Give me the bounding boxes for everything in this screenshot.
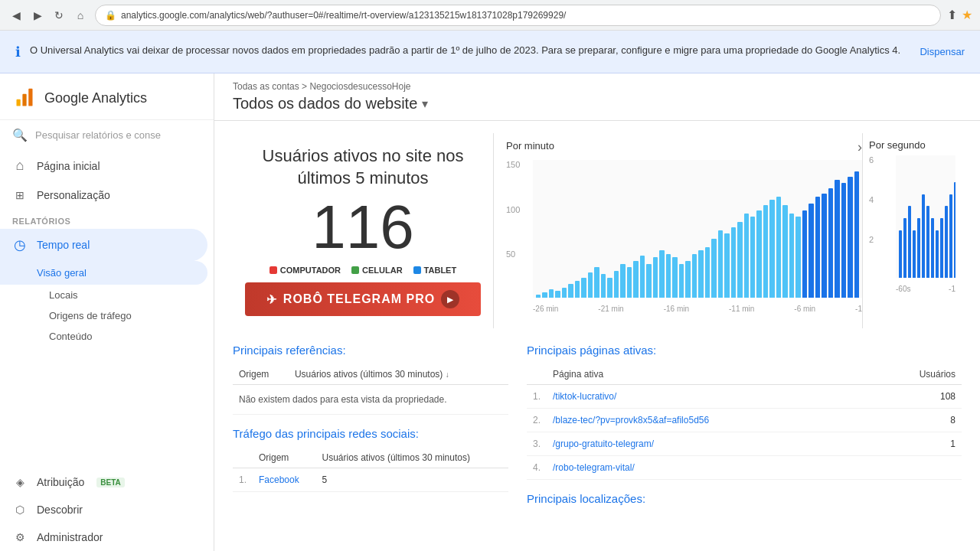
chart-bar-16	[640, 256, 645, 298]
sidebar-item-home[interactable]: ⌂ Página inicial	[0, 150, 214, 181]
chart-bar-19	[659, 250, 664, 298]
chart-bar-20	[666, 254, 671, 298]
chart-bars-area	[533, 160, 862, 298]
descobrir-icon: ⬡	[12, 504, 28, 516]
chart-bar-4	[562, 288, 567, 298]
pagina-row-2: 2. /blaze-tec/?pv=provk8x5&af=afilo5d56 …	[527, 409, 962, 432]
computador-dot	[270, 266, 277, 274]
browser-nav-buttons: ◀ ▶ ↻ ⌂	[8, 7, 89, 24]
breadcrumb-all[interactable]: Todas as contas	[233, 81, 299, 92]
play-button[interactable]: ▶	[441, 290, 459, 308]
personalization-icon: ⊞	[12, 189, 28, 201]
bottom-sections: Principais referências: Origem Usuários …	[233, 344, 962, 513]
chart-bar-12	[614, 271, 619, 298]
sidebar-item-descobrir[interactable]: ⬡ Descobrir	[0, 496, 214, 523]
chart-bar-26	[705, 247, 710, 298]
refresh-button[interactable]: ↻	[51, 7, 67, 24]
sidebar-sub-origens[interactable]: Origens de tráfego	[0, 305, 214, 326]
pagina-num-3: 3.	[527, 432, 547, 456]
sidebar-sub-visao-geral[interactable]: Visão geral	[0, 261, 207, 285]
sidebar-item-personalization[interactable]: ⊞ Personalização	[0, 181, 214, 209]
chart-bar-27	[711, 239, 716, 298]
celular-label: CELULAR	[362, 266, 403, 275]
bookmark-icon[interactable]: ★	[962, 8, 972, 22]
pagina-url-1[interactable]: /tiktok-lucrativo/	[547, 385, 869, 409]
sort-icon: ↓	[446, 370, 449, 379]
per-second-bars	[896, 155, 956, 278]
pagina-url-2[interactable]: /blaze-tec/?pv=provk8x5&af=afilo5d56	[547, 409, 869, 432]
paginas-title: Principais páginas ativas:	[527, 344, 962, 357]
chart-bar-28	[718, 230, 723, 298]
top-section: Usuários ativos no site nos últimos 5 mi…	[233, 133, 962, 328]
forward-button[interactable]: ▶	[29, 7, 46, 24]
personalization-label: Personalização	[37, 189, 110, 201]
chart-bar-13	[620, 264, 625, 298]
tablet-label: TABLET	[424, 266, 457, 275]
pagina-url-3[interactable]: /grupo-gratuito-telegram/	[547, 432, 869, 456]
referencias-title: Principais referências:	[233, 344, 508, 357]
svg-rect-0	[17, 99, 21, 106]
home-nav-icon: ⌂	[12, 158, 28, 174]
paginas-table: Página ativa Usuários 1. /tiktok-lucrati…	[527, 364, 962, 480]
chart-bar-46	[835, 180, 839, 298]
social-title: Tráfego das principais redes sociais:	[233, 427, 508, 440]
social-origem-1[interactable]: Facebook	[253, 468, 316, 492]
chart-bar-35	[763, 205, 768, 298]
ga-logo	[12, 86, 37, 110]
chart-bar-43	[815, 197, 820, 298]
social-table: Origem Usuários ativos (últimos 30 minut…	[233, 448, 508, 492]
per-second-label: Por segundo	[869, 139, 926, 151]
chart-bar-38	[782, 205, 787, 298]
locais-label: Locais	[49, 289, 78, 301]
ps-bar-11	[949, 194, 952, 278]
sidebar-sub-conteudo[interactable]: Conteúdo	[0, 326, 214, 347]
chart-bar-9	[594, 267, 599, 298]
chart-bar-3	[555, 291, 560, 298]
home-button[interactable]: ⌂	[72, 7, 89, 24]
search-box[interactable]: 🔍 Pesquisar relatórios e conse	[0, 120, 214, 150]
ps-y-2: 2	[869, 235, 874, 244]
browser-bar: ◀ ▶ ↻ ⌂ 🔒 analytics.google.com/analytics…	[0, 0, 980, 31]
ps-bar-5	[922, 194, 925, 278]
social-users-1: 5	[316, 468, 508, 492]
lock-icon: 🔒	[105, 10, 116, 21]
active-users-count: 116	[245, 197, 481, 258]
conteudo-label: Conteúdo	[49, 331, 92, 342]
descobrir-label: Descobrir	[37, 504, 83, 516]
main-content: Todas as contas > NegociosdesucessoHoje …	[214, 73, 980, 551]
back-button[interactable]: ◀	[8, 7, 24, 24]
pagina-row-1: 1. /tiktok-lucrativo/ 108	[527, 385, 962, 409]
chart-bar-23	[685, 261, 690, 298]
ps-bar-8	[936, 230, 939, 278]
per-second-x-labels: -60s -1	[896, 285, 956, 293]
per-second-y-labels: 6 4 2	[869, 155, 874, 278]
sidebar-item-atribuicao[interactable]: ◈ Atribuição BETA	[0, 468, 214, 496]
breadcrumb-property[interactable]: NegociosdesucessoHoje	[309, 81, 410, 92]
property-selector[interactable]: Todos os dados do website ▾	[233, 95, 962, 112]
pagina-url-4[interactable]: /robo-telegram-vital/	[547, 456, 869, 480]
dismiss-button[interactable]: Dispensar	[920, 46, 965, 57]
admin-label: Administrador	[37, 531, 103, 543]
chart-bar-2	[549, 289, 554, 298]
col-usuarios-referencias[interactable]: Usuários ativos (últimos 30 minutos) ↓	[289, 364, 508, 385]
chart-bar-42	[808, 204, 813, 298]
sidebar-item-administrador[interactable]: ⚙ Administrador	[0, 523, 214, 551]
celular-dot	[351, 266, 359, 274]
per-minute-chart: Por minuto › 150 100 50	[493, 133, 862, 328]
pagina-col-num	[527, 364, 547, 385]
svg-rect-2	[28, 89, 32, 106]
chart-bar-5	[568, 284, 573, 298]
chart-bar-44	[822, 194, 826, 298]
sidebar-item-realtime[interactable]: ◷ Tempo real	[0, 229, 207, 261]
share-icon[interactable]: ⬆	[947, 8, 957, 22]
breadcrumb: Todas as contas > NegociosdesucessoHoje	[233, 81, 962, 92]
chart-bar-48	[848, 177, 852, 298]
ps-bar-0	[899, 230, 902, 278]
chart-bar-37	[776, 197, 781, 298]
pagina-num-2: 2.	[527, 409, 547, 432]
sidebar-sub-locais[interactable]: Locais	[0, 285, 214, 305]
address-bar[interactable]: 🔒 analytics.google.com/analytics/web/?au…	[95, 5, 941, 26]
chart-bar-17	[646, 264, 651, 298]
social-col-usuarios: Usuários ativos (últimos 30 minutos)	[316, 448, 508, 468]
pagina-row-4: 4. /robo-telegram-vital/	[527, 456, 962, 480]
